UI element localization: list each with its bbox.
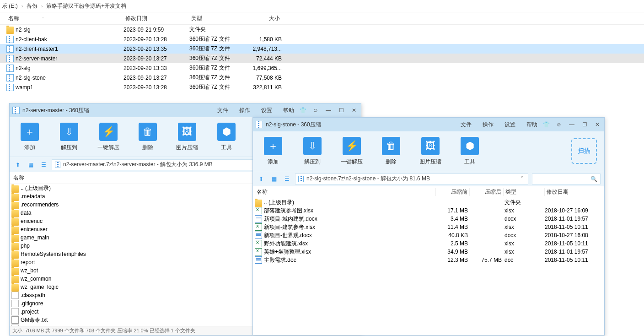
folder-icon (6, 27, 14, 34)
add-button[interactable]: ＋添加 (17, 123, 43, 152)
item-name: RemoteSystemsTempFiles (21, 251, 279, 257)
scan-button[interactable]: 扫描 (571, 138, 597, 164)
file-row[interactable]: n2-client-master12023-09-20 13:35360压缩 7… (0, 44, 644, 54)
zip-rows: .. (上级目录)文件夹部落建筑参考图.xlsx17.1 MBxlsx2018-… (253, 198, 604, 264)
file-row[interactable]: n2-slg2023-09-21 9:59文件夹 (0, 25, 644, 34)
file-name: n2-client-bak (16, 36, 123, 43)
up-icon[interactable]: ⬆ (13, 160, 22, 169)
file-date: 2023-09-20 13:28 (123, 36, 189, 43)
delete-button[interactable]: 🗑删除 (378, 137, 404, 166)
minimize-button[interactable]: — (324, 107, 333, 114)
feedback-icon[interactable]: ☺ (555, 121, 563, 128)
file-type: 360压缩 7Z 文件 (189, 35, 245, 43)
extract-button[interactable]: ⇩解压到 (300, 137, 325, 166)
menu-file[interactable]: 文件 (461, 121, 472, 129)
tools-button[interactable]: ⬢工具 (214, 123, 239, 152)
tools-button[interactable]: ⬢工具 (457, 137, 483, 166)
breadcrumb-drive[interactable]: 乐 (E:) (2, 2, 18, 10)
item-name: .. (上级目录) (264, 199, 434, 206)
titlebar[interactable]: n2-slg-stone - 360压缩 文件 操作 设置 帮助 👕 ☺ — ☐… (253, 118, 604, 131)
col-date[interactable]: 修改日期 (123, 15, 189, 22)
list-item[interactable]: 新项目-城内建筑.docx3.4 MBdocx2018-11-01 19:57 (253, 215, 604, 223)
file-row[interactable]: wamp12023-09-20 13:28360压缩 7Z 文件322,811 … (0, 82, 644, 92)
oneclick-button[interactable]: ⚡一键解压 (96, 123, 121, 152)
menu-help[interactable]: 帮助 (283, 107, 294, 114)
zcol-name[interactable]: 名称 (11, 174, 279, 182)
maximize-button[interactable]: ☐ (580, 121, 589, 128)
pic-button[interactable]: 🖼图片压缩 (418, 137, 443, 166)
file-row[interactable]: n2-slg2023-09-20 13:33360压缩 7Z 文件1,699,3… (0, 63, 644, 73)
item-before: 3.4 MB (434, 216, 468, 222)
chevron-down-icon[interactable]: ˅ (519, 176, 525, 182)
breadcrumb-seg1[interactable]: 备份 (27, 2, 38, 10)
zcol-after[interactable]: 压缩后 (470, 188, 504, 196)
path-input[interactable]: n2-slg-stone.7z\n2-slg-stone - 解包大小为 81.… (295, 173, 528, 184)
view-icons-icon[interactable]: ▦ (26, 160, 35, 169)
col-name[interactable]: 名称˄ (6, 15, 123, 22)
item-type: docx (502, 216, 545, 222)
file-size: 1,699,365... (245, 65, 282, 71)
file-row[interactable]: n2-slg-stone2023-09-20 13:27360压缩 7Z 文件7… (0, 73, 644, 82)
item-before: 12.3 MB (434, 257, 468, 263)
close-button[interactable]: ✕ (593, 121, 601, 128)
list-item[interactable]: 部落建筑参考图.xlsx17.1 MBxlsx2018-10-27 16:09 (253, 206, 604, 215)
toolbar: ＋添加 ⇩解压到 ⚡一键解压 🗑删除 🖼图片压缩 ⬢工具 扫描 (253, 131, 604, 171)
breadcrumb-seg2[interactable]: 策略手游汉王纷争源码+开发文档 (46, 2, 126, 10)
delete-button[interactable]: 🗑删除 (135, 123, 161, 152)
item-type: 文件夹 (502, 199, 545, 206)
add-button[interactable]: ＋添加 (260, 137, 286, 166)
menu-file[interactable]: 文件 (217, 107, 228, 114)
zcol-name[interactable]: 名称 (255, 188, 436, 196)
minimize-button[interactable]: — (568, 121, 576, 128)
file-row[interactable]: n2-client-bak2023-09-20 13:28360压缩 7Z 文件… (0, 34, 644, 44)
file-type: 360压缩 7Z 文件 (189, 54, 245, 62)
pic-button[interactable]: 🖼图片压缩 (174, 123, 200, 152)
item-name: wz_bot (21, 267, 279, 274)
list-item[interactable]: 野外功能建筑.xlsx2.5 MBxlsx2018-11-05 10:11 (253, 239, 604, 248)
file-date: 2023-09-20 13:27 (123, 55, 189, 62)
file-name: n2-client-master1 (16, 46, 123, 52)
item-date: 2018-11-05 10:11 (545, 224, 604, 230)
col-type[interactable]: 类型 (189, 15, 245, 22)
menu-help[interactable]: 帮助 (526, 121, 537, 129)
file-name: n2-slg (16, 65, 123, 71)
menu-op[interactable]: 操作 (483, 121, 494, 129)
file-name: n2-slg-stone (16, 75, 123, 81)
item-name: GM命令.txt (21, 316, 279, 324)
search-input[interactable]: 🔍 (532, 173, 601, 184)
file-size: 2,948,713... (245, 46, 282, 52)
zcol-type[interactable]: 类型 (504, 188, 545, 196)
file-row[interactable]: n2-server-master2023-09-20 13:27360压缩 7Z… (0, 54, 644, 63)
extract-button[interactable]: ⇩解压到 (56, 123, 82, 152)
close-button[interactable]: ✕ (350, 107, 358, 114)
list-item[interactable]: 新项目-世界观.docx40.8 KBdocx2018-10-27 16:08 (253, 231, 604, 239)
file-date: 2023-09-20 13:28 (123, 84, 189, 91)
feedback-icon[interactable]: ☺ (311, 107, 320, 114)
chevron-right-icon: › (41, 4, 43, 9)
theme-icon[interactable]: 👕 (299, 107, 307, 114)
list-item[interactable]: 英雄+坐骑整理.xlsx34.9 MBxlsx2018-11-01 19:57 (253, 248, 604, 256)
file-icon (11, 292, 19, 299)
menu-op[interactable]: 操作 (239, 107, 250, 114)
list-item[interactable]: .. (上级目录)文件夹 (253, 198, 604, 206)
col-size[interactable]: 大小 (245, 15, 282, 22)
view-list-icon[interactable]: ☰ (39, 160, 48, 169)
list-item[interactable]: 主殿需求.doc12.3 MB75.7 MBdoc2018-11-05 10:1… (253, 256, 604, 264)
view-icons-icon[interactable]: ▦ (269, 174, 279, 184)
file-size: 72,444 KB (245, 55, 282, 62)
item-date: 2018-10-27 16:08 (545, 232, 604, 238)
oneclick-button[interactable]: ⚡一键解压 (339, 137, 365, 166)
list-item[interactable]: 新项目-建筑参考.xlsx11.4 MBxlsx2018-11-05 10:11 (253, 223, 604, 231)
zcol-before[interactable]: 压缩前 (436, 188, 470, 196)
theme-icon[interactable]: 👕 (542, 121, 550, 128)
menu-set[interactable]: 设置 (261, 107, 272, 114)
maximize-button[interactable]: ☐ (337, 107, 345, 114)
titlebar[interactable]: n2-server-master - 360压缩 文件 操作 设置 帮助 👕 ☺… (10, 103, 361, 117)
folder-icon (11, 235, 19, 242)
menu-set[interactable]: 设置 (504, 121, 515, 129)
breadcrumb[interactable]: 乐 (E:) › 备份 › 策略手游汉王纷争源码+开发文档 (0, 0, 644, 12)
up-icon[interactable]: ⬆ (257, 174, 266, 184)
view-list-icon[interactable]: ☰ (282, 174, 291, 184)
item-name: 新项目-城内建筑.docx (264, 215, 434, 223)
zcol-date[interactable]: 修改日期 (545, 188, 604, 196)
